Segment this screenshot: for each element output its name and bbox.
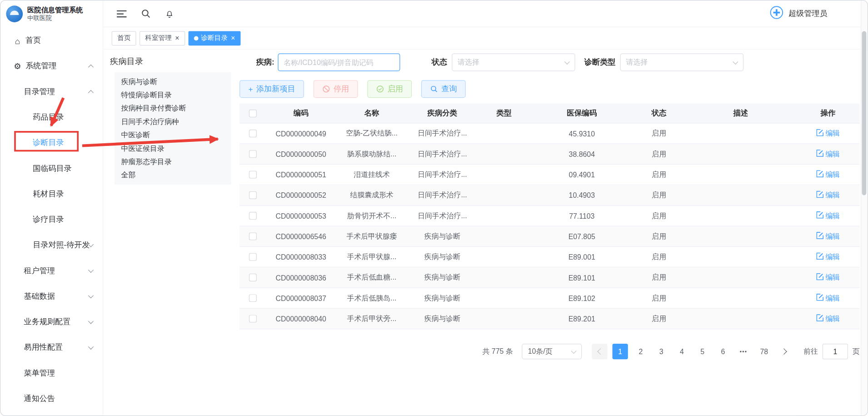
row-checkbox[interactable] (249, 212, 256, 220)
page-5-button[interactable]: 5 (695, 344, 710, 359)
edit-icon (816, 252, 823, 261)
cell-actions: 编辑 (796, 190, 859, 200)
user-menu[interactable]: 超级管理员 (770, 5, 828, 21)
home-icon: ⌂ (13, 36, 22, 45)
sidebar-item-usability-config[interactable]: 易用性配置 (0, 335, 103, 360)
query-button[interactable]: 查询 (421, 80, 466, 98)
next-page-button[interactable] (777, 344, 792, 359)
edit-button[interactable]: 编辑 (816, 170, 840, 180)
sidebar-item-system-management[interactable]: ⚙系统管理 (0, 53, 103, 79)
page-3-button[interactable]: 3 (653, 344, 669, 359)
edit-button[interactable]: 编辑 (816, 129, 840, 139)
cell-insurance_code: 38.8604 (531, 150, 633, 158)
cell-category: 疾病与诊断 (407, 314, 477, 324)
row-checkbox[interactable] (249, 130, 256, 137)
page-6-button[interactable]: 6 (715, 344, 731, 359)
disease-search-input[interactable] (278, 53, 400, 71)
prev-page-button[interactable] (592, 344, 607, 359)
checkbox-cell (239, 274, 265, 281)
tab-label: 诊断目录 (201, 33, 228, 43)
tab-department-management[interactable]: 科室管理× (140, 31, 185, 45)
cell-name: 手术后甲状腺... (336, 252, 408, 262)
catalog-item[interactable]: 按病种目录付费诊断 (115, 102, 231, 115)
edit-button[interactable]: 编辑 (816, 272, 840, 282)
sidebar-item-home[interactable]: ⌂首页 (0, 28, 103, 53)
catalog-item[interactable]: 疾病与诊断 (115, 75, 231, 88)
search-icon[interactable] (141, 9, 151, 19)
pages-ellipsis[interactable]: ••• (736, 348, 751, 354)
checkbox-cell (239, 150, 265, 158)
cell-actions: 编辑 (796, 129, 859, 139)
sidebar-item-basic-data[interactable]: 基础数据 (0, 284, 103, 309)
sidebar-item-business-rule-config[interactable]: 业务规则配置 (0, 309, 103, 335)
scrollbar-thumb[interactable] (862, 31, 867, 195)
sidebar-item-menu-management[interactable]: 菜单管理 (0, 361, 103, 386)
page-4-button[interactable]: 4 (674, 344, 689, 359)
diagnosis-type-select[interactable]: 请选择 (620, 53, 743, 71)
close-icon[interactable]: × (175, 35, 179, 42)
edit-button[interactable]: 编辑 (816, 231, 840, 241)
catalog-item[interactable]: 中医诊断 (115, 129, 231, 142)
add-item-button[interactable]: + 添加新项目 (239, 80, 304, 98)
cell-actions: 编辑 (796, 293, 859, 303)
row-checkbox[interactable] (249, 191, 256, 199)
page-size-select[interactable]: 10条/页 (522, 344, 582, 359)
sidebar-item-label: 易用性配置 (24, 343, 63, 353)
sidebar-item-label: 诊疗目录 (33, 215, 64, 225)
edit-button[interactable]: 编辑 (816, 293, 840, 303)
bell-icon[interactable] (165, 9, 174, 19)
chevron-down-icon (88, 267, 94, 273)
page-1-button[interactable]: 1 (613, 344, 628, 359)
scrollbar-track[interactable] (861, 0, 868, 416)
sidebar-item-label: 目录管理 (24, 87, 55, 97)
catalog-item[interactable]: 特慢病诊断目录 (115, 89, 231, 102)
sidebar-item-catalog-management[interactable]: 目录管理 (0, 79, 103, 105)
collapse-menu-icon[interactable] (117, 9, 127, 18)
cell-status: 启用 (633, 293, 685, 303)
row-checkbox[interactable] (249, 150, 256, 158)
cell-insurance_code: 10.4903 (531, 191, 633, 199)
close-icon[interactable]: × (231, 35, 235, 42)
status-select[interactable]: 请选择 (452, 53, 575, 71)
sidebar-item-consumables-catalog[interactable]: 耗材目录 (0, 181, 103, 207)
disable-button[interactable]: 停用 (314, 80, 358, 98)
tab-label: 科室管理 (145, 33, 172, 43)
table-row: CD0000000052结膜囊成形术日间手术治疗...10.4903启用编辑 (239, 185, 860, 205)
row-checkbox[interactable] (249, 274, 256, 281)
edit-label: 编辑 (825, 272, 840, 282)
edit-button[interactable]: 编辑 (816, 149, 840, 159)
sidebar-item-treatment-catalog[interactable]: 诊疗目录 (0, 207, 103, 232)
row-checkbox[interactable] (249, 171, 256, 179)
catalog-item[interactable]: 中医证候目录 (115, 142, 231, 155)
select-all-checkbox[interactable] (249, 109, 256, 117)
table-row: CD0000000050肠系膜动脉结...日间手术治疗...38.8604启用编… (239, 144, 860, 165)
catalog-item[interactable]: 全部 (115, 169, 231, 182)
sidebar-item-label: 业务规则配置 (24, 317, 71, 327)
edit-button[interactable]: 编辑 (816, 314, 840, 324)
page-78-button[interactable]: 78 (756, 344, 772, 359)
sidebar-item-catalog-mapping-todo[interactable]: 目录对照-待开发 (0, 232, 103, 258)
edit-button[interactable]: 编辑 (816, 252, 840, 262)
edit-button[interactable]: 编辑 (816, 190, 840, 200)
edit-button[interactable]: 编辑 (816, 211, 840, 221)
catalog-list: 疾病与诊断特慢病诊断目录按病种目录付费诊断日间手术治疗病种中医诊断中医证候目录肿… (115, 72, 231, 185)
goto-page-input[interactable] (823, 344, 848, 359)
edit-icon (816, 170, 823, 179)
sidebar-item-drug-catalog[interactable]: 药品目录 (0, 105, 103, 130)
row-checkbox[interactable] (249, 253, 256, 261)
sidebar-item-tenant-management[interactable]: 租户管理 (0, 258, 103, 284)
sidebar-item-national-clinical-code-catalog[interactable]: 国临码目录 (0, 156, 103, 181)
row-checkbox[interactable] (249, 315, 256, 322)
cell-category: 疾病与诊断 (407, 272, 477, 282)
sidebar-item-diagnosis-catalog[interactable]: 诊断目录 (0, 130, 103, 155)
row-checkbox[interactable] (249, 232, 256, 240)
tab-home[interactable]: 首页 (112, 31, 136, 45)
row-checkbox[interactable] (249, 294, 256, 302)
tab-diagnosis-catalog[interactable]: 诊断目录× (188, 31, 241, 45)
catalog-item[interactable]: 肿瘤形态学目录 (115, 155, 231, 168)
catalog-item[interactable]: 日间手术治疗病种 (115, 115, 231, 128)
enable-button[interactable]: 启用 (368, 80, 412, 98)
page-2-button[interactable]: 2 (633, 344, 649, 359)
sidebar-item-notice-announcement[interactable]: 通知公告 (0, 386, 103, 411)
cell-name: 空肠-乙状结肠... (336, 129, 408, 139)
